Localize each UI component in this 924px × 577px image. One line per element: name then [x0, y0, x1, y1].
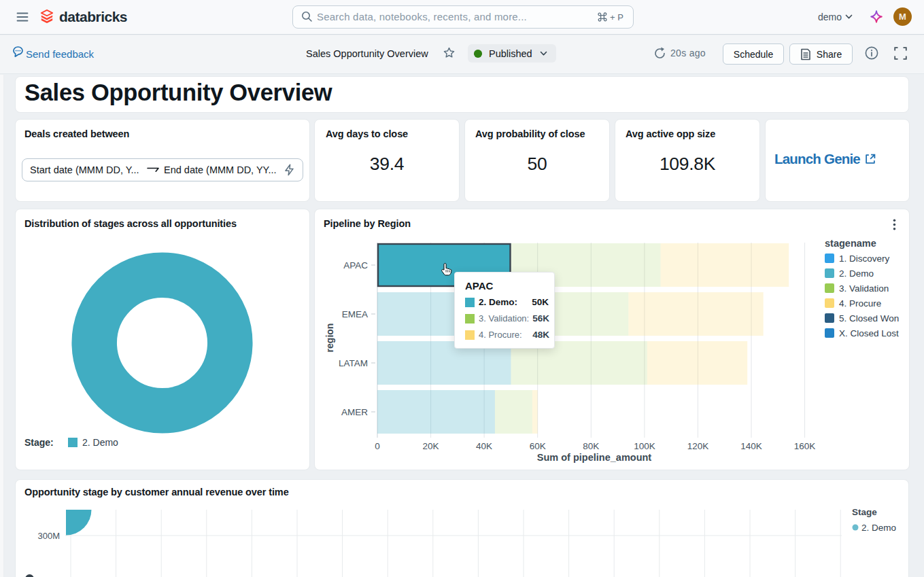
svg-text:5. Closed Won: 5. Closed Won — [839, 313, 899, 324]
svg-text:X. Closed Lost: X. Closed Lost — [839, 328, 899, 338]
svg-text:Sum of pipeline_amount: Sum of pipeline_amount — [537, 452, 652, 463]
svg-text:Stage: Stage — [852, 507, 877, 517]
svg-text:80K: 80K — [583, 441, 599, 451]
svg-text:LATAM: LATAM — [339, 358, 368, 368]
svg-text:APAC: APAC — [343, 260, 368, 270]
svg-text:140K: 140K — [740, 441, 762, 451]
svg-text:2. Demo: 2. Demo — [861, 523, 896, 533]
svg-text:stagename: stagename — [825, 238, 876, 249]
svg-text:EMEA: EMEA — [342, 309, 368, 319]
svg-text:0: 0 — [375, 441, 380, 451]
svg-text:40K: 40K — [476, 441, 492, 451]
svg-text:60K: 60K — [530, 441, 546, 451]
svg-text:4. Procure: 4. Procure — [839, 298, 881, 309]
svg-text:20K: 20K — [423, 441, 439, 451]
svg-text:3. Validation: 3. Validation — [839, 283, 889, 294]
svg-text:300M: 300M — [37, 531, 60, 541]
svg-text:160K: 160K — [794, 441, 816, 451]
svg-text:1. Discovery: 1. Discovery — [839, 253, 890, 264]
svg-text:120K: 120K — [687, 441, 709, 451]
svg-text:region: region — [324, 324, 335, 353]
svg-text:AMER: AMER — [341, 407, 368, 417]
svg-text:2. Demo: 2. Demo — [839, 268, 874, 279]
svg-text:100K: 100K — [634, 441, 655, 451]
